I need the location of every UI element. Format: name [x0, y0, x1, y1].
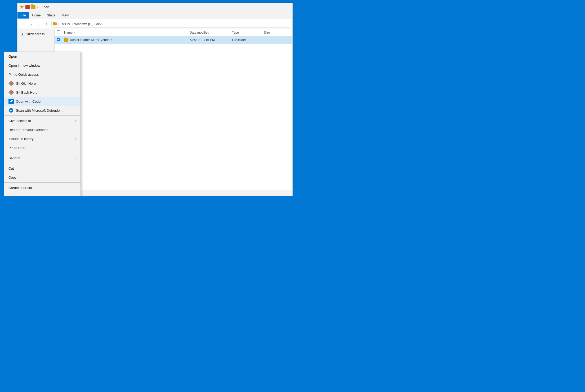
file-list: Name ▲ Date modified Type Size [55, 29, 292, 196]
ctx-label-open: Open [8, 55, 17, 58]
context-menu-item-include-library[interactable]: Include in library › [4, 134, 81, 143]
ctx-separator-2 [4, 153, 81, 153]
address-bar: ← → ⌄ ↑ › This PC › Windows (C:) › dev › [17, 19, 292, 29]
context-menu-item-git-bash[interactable]: Git Bash Here [4, 88, 81, 97]
ctx-label-open-with-code: Open with Code [16, 100, 41, 103]
title-bar-arrow: ▾ [37, 6, 38, 8]
title-bar: ▾ | dev [17, 3, 292, 11]
nav-dropdown-button[interactable]: ⌄ [35, 21, 42, 27]
header-type-col[interactable]: Type [232, 31, 264, 34]
menu-bar: File Home Share View [17, 11, 292, 19]
quick-access-star-icon: ★ [21, 32, 24, 36]
breadcrumb-sep2: › [72, 22, 73, 25]
ctx-separator-4 [4, 182, 81, 183]
title-bar-separator: | [41, 5, 42, 9]
context-menu-item-git-gui[interactable]: Git GUI Here [4, 79, 81, 88]
context-menu-item-give-access[interactable]: Give access to › [4, 116, 81, 125]
ctx-label-copy: Copy [8, 175, 16, 179]
breadcrumb-this-pc[interactable]: This PC [60, 22, 71, 26]
file-folder-icon [64, 38, 68, 42]
context-menu-item-cut[interactable]: Cut [4, 164, 81, 173]
ctx-label-git-gui: Git GUI Here [16, 82, 36, 85]
file-type-col: File folder [232, 38, 264, 42]
menu-file[interactable]: File [17, 12, 29, 19]
header-size-col[interactable]: Size [264, 31, 290, 34]
menu-view[interactable]: View [59, 12, 72, 19]
menu-home[interactable]: Home [29, 12, 44, 19]
ctx-separator-3 [4, 163, 81, 163]
header-date-col[interactable]: Date modified [190, 31, 232, 34]
vscode-icon [8, 99, 14, 104]
ctx-label-git-bash: Git Bash Here [16, 91, 38, 94]
context-menu-item-open[interactable]: Open [4, 52, 81, 61]
file-list-header: Name ▲ Date modified Type Size [55, 29, 292, 36]
row-checkbox[interactable] [57, 38, 60, 41]
ctx-label-pin-start: Pin to Start [8, 146, 25, 150]
ctx-arrow-include-library: › [75, 137, 76, 140]
ctx-label-create-shortcut: Create shortcut [8, 186, 32, 190]
ctx-label-send-to: Send to [8, 156, 20, 160]
row-checkbox-col [57, 38, 64, 42]
ctx-separator-1 [4, 115, 81, 116]
ctx-label-pin-quick-access: Pin to Quick access [8, 73, 39, 76]
ctx-label-open-new-window: Open in new window [8, 64, 40, 67]
ctx-label-give-access: Give access to [8, 119, 31, 123]
ctx-label-include-library: Include in library [8, 137, 34, 141]
ctx-arrow-give-access: › [75, 119, 76, 122]
menu-share[interactable]: Share [44, 12, 59, 19]
file-date-col: 6/2/2021 3:15 PM [190, 38, 232, 42]
header-name-col[interactable]: Name ▲ [64, 31, 190, 34]
folder-icon [31, 5, 35, 9]
git-gui-icon [8, 81, 14, 86]
breadcrumb-sep1: › [58, 22, 59, 25]
pin-icon [20, 5, 24, 9]
window-title: dev [44, 5, 49, 9]
breadcrumb-sep4: › [102, 22, 103, 25]
ctx-label-delete: Delete [8, 195, 19, 196]
select-all-checkbox[interactable] [57, 30, 60, 34]
context-menu-item-create-shortcut[interactable]: Create shortcut [4, 183, 81, 192]
breadcrumb-sep3: › [94, 22, 95, 25]
context-menu-item-restore-versions[interactable]: Restore previous versions [4, 125, 81, 134]
undo-icon [25, 5, 30, 9]
breadcrumb-windows-c[interactable]: Windows (C:) [74, 22, 93, 26]
context-menu: Open Open in new window Pin to Quick acc… [4, 52, 81, 196]
ctx-label-scan-defender: Scan with Microsoft Defender... [16, 109, 64, 112]
breadcrumb-dev[interactable]: dev [96, 22, 101, 26]
ctx-label-restore-versions: Restore previous versions [8, 128, 48, 132]
defender-icon [8, 108, 14, 113]
ctx-label-cut: Cut [8, 166, 14, 170]
sidebar-quick-access-label: Quick access [26, 32, 44, 36]
sort-arrow-icon: ▲ [74, 31, 76, 34]
context-menu-item-open-with-code[interactable]: Open with Code [4, 97, 81, 106]
git-bash-icon [8, 90, 14, 95]
context-menu-item-delete[interactable]: Delete [4, 192, 81, 196]
nav-up-button[interactable]: ↑ [43, 21, 50, 27]
nav-back-button[interactable]: ← [20, 21, 26, 27]
nav-forward-button[interactable]: → [28, 21, 34, 27]
ctx-arrow-send-to: › [75, 156, 76, 160]
table-row[interactable]: Roster-Starter-Kit-for-Vendors 6/2/2021 … [55, 36, 292, 44]
context-menu-item-scan-defender[interactable]: Scan with Microsoft Defender... [4, 106, 81, 115]
header-checkbox-col [57, 30, 64, 35]
context-menu-item-pin-quick-access[interactable]: Pin to Quick access [4, 70, 81, 79]
context-menu-item-open-new-window[interactable]: Open in new window [4, 61, 81, 70]
breadcrumb-folder-icon [53, 22, 57, 25]
sidebar-item-quick-access[interactable]: ★ Quick access [17, 31, 54, 37]
context-menu-item-pin-start[interactable]: Pin to Start [4, 143, 81, 152]
file-name-col: Roster-Starter-Kit-for-Vendors [64, 38, 190, 42]
context-menu-item-send-to[interactable]: Send to › [4, 154, 81, 163]
context-menu-item-copy[interactable]: Copy [4, 173, 81, 182]
breadcrumb[interactable]: › This PC › Windows (C:) › dev › [51, 21, 290, 28]
